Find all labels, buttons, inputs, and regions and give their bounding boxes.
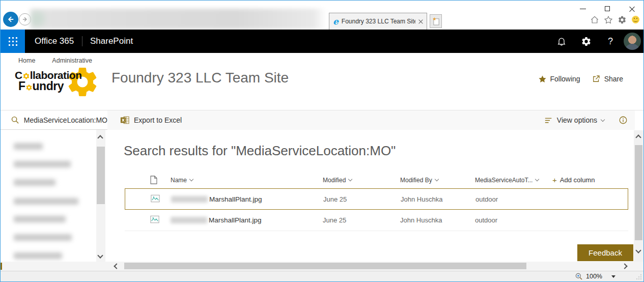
sidebar-scrollbar-thumb[interactable] <box>97 147 105 204</box>
resize-grip[interactable] <box>636 274 642 280</box>
chevron-down-icon <box>434 177 438 181</box>
table-row[interactable]: MarshallPlant.jpg June 25 John Huschka o… <box>125 188 628 210</box>
file-name-cell[interactable]: MarshallPlant.jpg <box>171 195 323 203</box>
sidebar-scrollbar[interactable] <box>96 130 105 262</box>
o365-settings-button[interactable] <box>574 30 598 53</box>
view-options-button[interactable]: View options <box>544 110 604 130</box>
sidebar-item-blurred[interactable] <box>14 161 71 167</box>
new-tab-button[interactable] <box>430 14 442 28</box>
gear-icon <box>618 15 627 24</box>
minimize-icon <box>580 9 586 9</box>
sidebar-item-blurred[interactable] <box>14 252 62 259</box>
logo-small-gear-icon <box>22 72 30 80</box>
image-file-icon <box>151 194 160 203</box>
export-to-excel-button[interactable]: Export to Excel <box>120 110 182 130</box>
tab-close-icon[interactable] <box>418 19 423 24</box>
zoom-magnifier-icon <box>575 272 583 280</box>
autotag-cell: outdoor <box>475 216 552 224</box>
scroll-left-icon[interactable] <box>114 263 119 269</box>
column-header-modified-by[interactable]: Modified By <box>400 177 475 184</box>
list-toolbar: Export to Excel View options <box>107 110 635 130</box>
file-type-column-header[interactable] <box>150 176 171 184</box>
following-label: Following <box>550 75 580 83</box>
info-icon <box>619 116 628 125</box>
modified-cell: June 25 <box>323 195 401 203</box>
o365-brand-link[interactable]: Office 365 <box>35 30 74 53</box>
feedback-smiley-button[interactable] <box>631 15 640 24</box>
scroll-down-icon[interactable] <box>97 252 103 258</box>
bell-icon <box>556 36 567 46</box>
chevron-down-icon <box>348 177 352 181</box>
avatar[interactable] <box>624 33 641 50</box>
table-header-row: Name Modified Modified By MediaServiceAu… <box>125 172 628 188</box>
scroll-right-icon[interactable] <box>622 263 627 269</box>
scroll-up-icon[interactable] <box>635 134 641 140</box>
horizontal-scrollbar-thumb[interactable] <box>124 263 526 269</box>
share-button[interactable]: Share <box>592 74 623 83</box>
info-button[interactable] <box>619 116 628 127</box>
feedback-button[interactable]: Feedback <box>577 244 633 261</box>
modified-by-cell[interactable]: John Huschka <box>400 216 475 224</box>
table-row[interactable]: MarshallPlant.jpg June 25 John Huschka o… <box>125 210 628 231</box>
favorites-button[interactable] <box>603 15 613 24</box>
logo-line2: Fundry <box>18 79 110 93</box>
sidebar-item-blurred[interactable] <box>14 198 78 205</box>
horizontal-scrollbar[interactable] <box>1 262 643 271</box>
sidebar-item-blurred[interactable] <box>14 179 55 186</box>
search-icon <box>11 116 19 124</box>
column-header-modified[interactable]: Modified <box>323 177 400 184</box>
minimize-button[interactable] <box>575 3 591 15</box>
search-results-panel: Search results for "MediaServiceLocation… <box>107 130 634 262</box>
zoom-level: 100% <box>586 273 602 280</box>
share-icon <box>592 74 601 83</box>
sidebar-item-blurred[interactable] <box>14 216 66 222</box>
search-box[interactable]: MediaServiceLocation:MO <box>1 110 107 130</box>
site-logo[interactable]: Cllaboration Fundry <box>15 63 106 103</box>
view-options-label: View options <box>557 116 597 124</box>
page-scrollbar-thumb[interactable] <box>635 145 642 240</box>
help-button[interactable]: ? <box>598 30 623 53</box>
following-button[interactable]: Following <box>538 75 580 83</box>
scroll-down-icon[interactable] <box>635 247 641 253</box>
modified-by-cell[interactable]: John Huschka <box>401 195 475 203</box>
home-icon <box>590 15 599 24</box>
home-button[interactable] <box>590 15 599 24</box>
browser-window: e Foundry 323 LLC Team Site ... <box>0 0 644 282</box>
browser-tab[interactable]: e Foundry 323 LLC Team Site ... <box>329 13 427 30</box>
results-table: Name Modified Modified By MediaServiceAu… <box>125 172 628 231</box>
modified-cell: June 25 <box>323 216 400 224</box>
close-button[interactable] <box>624 3 639 15</box>
forward-button[interactable] <box>19 13 31 25</box>
file-icon-cell <box>151 194 171 205</box>
add-column-button[interactable]: +Add column <box>552 176 628 184</box>
search-query: MediaServiceLocation:MO <box>24 116 107 124</box>
window-controls <box>575 3 639 15</box>
results-heading: Search results for "MediaServiceLocation… <box>124 143 396 159</box>
back-button[interactable] <box>3 12 18 27</box>
excel-icon <box>120 116 129 125</box>
sidebar-item-blurred[interactable] <box>14 234 72 241</box>
zoom-control[interactable]: 100% <box>575 272 615 280</box>
suite-divider <box>82 36 82 46</box>
redacted-name-prefix <box>171 196 208 203</box>
settings-button[interactable] <box>617 15 627 24</box>
notifications-button[interactable] <box>549 30 574 53</box>
page-title: Foundry 323 LLC Team Site <box>111 70 289 86</box>
zoom-caret-icon[interactable] <box>611 275 615 278</box>
share-label: Share <box>604 75 623 83</box>
sidebar-item-blurred[interactable] <box>14 143 43 150</box>
chevron-down-icon <box>601 117 605 121</box>
column-header-mediaservice-autotag[interactable]: MediaServiceAutoT... <box>475 177 552 184</box>
question-mark-icon: ? <box>608 36 613 47</box>
column-header-name[interactable]: Name <box>171 177 323 184</box>
file-name-cell[interactable]: MarshallPlant.jpg <box>171 216 323 224</box>
scroll-up-icon[interactable] <box>97 135 103 140</box>
maximize-button[interactable] <box>600 3 615 15</box>
maximize-icon <box>605 6 610 11</box>
app-launcher-button[interactable] <box>1 30 25 53</box>
address-bar[interactable] <box>30 9 325 30</box>
page-scrollbar[interactable] <box>634 130 643 262</box>
forward-arrow-icon <box>21 16 29 23</box>
sharepoint-link[interactable]: SharePoint <box>90 30 133 53</box>
back-arrow-icon <box>6 15 15 24</box>
